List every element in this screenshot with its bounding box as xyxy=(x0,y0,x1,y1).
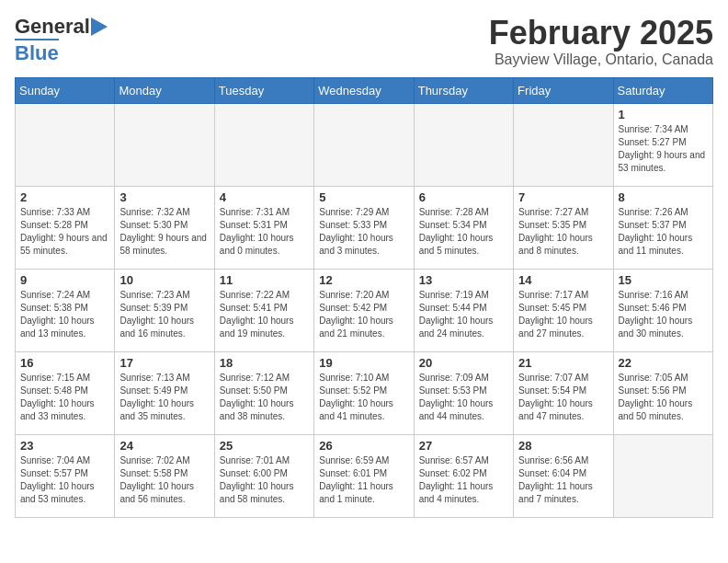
day-info: Sunrise: 6:57 AM Sunset: 6:02 PM Dayligh… xyxy=(419,454,508,506)
calendar-week-row: 1Sunrise: 7:34 AM Sunset: 5:27 PM Daylig… xyxy=(16,103,713,186)
day-info: Sunrise: 7:34 AM Sunset: 5:27 PM Dayligh… xyxy=(619,123,708,175)
day-number: 17 xyxy=(119,356,209,370)
calendar-cell: 7Sunrise: 7:27 AM Sunset: 5:35 PM Daylig… xyxy=(514,186,613,269)
calendar-week-row: 23Sunrise: 7:04 AM Sunset: 5:57 PM Dayli… xyxy=(16,434,713,517)
day-number: 19 xyxy=(319,356,408,370)
day-info: Sunrise: 7:24 AM Sunset: 5:38 PM Dayligh… xyxy=(20,289,109,340)
day-number: 6 xyxy=(419,190,508,204)
day-info: Sunrise: 7:26 AM Sunset: 5:37 PM Dayligh… xyxy=(619,206,708,258)
day-number: 15 xyxy=(619,273,708,287)
day-number: 12 xyxy=(319,273,408,287)
calendar-cell: 6Sunrise: 7:28 AM Sunset: 5:34 PM Daylig… xyxy=(414,186,513,269)
calendar-cell: 21Sunrise: 7:07 AM Sunset: 5:54 PM Dayli… xyxy=(514,351,613,434)
day-info: Sunrise: 7:02 AM Sunset: 5:58 PM Dayligh… xyxy=(119,454,209,506)
calendar-cell: 2Sunrise: 7:33 AM Sunset: 5:28 PM Daylig… xyxy=(16,186,115,269)
day-number: 24 xyxy=(119,439,209,453)
day-info: Sunrise: 7:01 AM Sunset: 6:00 PM Dayligh… xyxy=(220,454,309,506)
calendar-cell: 24Sunrise: 7:02 AM Sunset: 5:58 PM Dayli… xyxy=(115,434,214,517)
calendar-header-friday: Friday xyxy=(514,77,613,103)
location: Bayview Village, Ontario, Canada xyxy=(489,52,713,68)
calendar-cell: 25Sunrise: 7:01 AM Sunset: 6:00 PM Dayli… xyxy=(214,434,313,517)
day-number: 21 xyxy=(518,356,608,370)
calendar: SundayMondayTuesdayWednesdayThursdayFrid… xyxy=(15,77,713,518)
calendar-cell: 4Sunrise: 7:31 AM Sunset: 5:31 PM Daylig… xyxy=(214,186,313,269)
calendar-cell: 28Sunrise: 6:56 AM Sunset: 6:04 PM Dayli… xyxy=(514,434,613,517)
calendar-cell: 8Sunrise: 7:26 AM Sunset: 5:37 PM Daylig… xyxy=(613,186,712,269)
day-info: Sunrise: 7:33 AM Sunset: 5:28 PM Dayligh… xyxy=(20,206,109,258)
day-info: Sunrise: 7:28 AM Sunset: 5:34 PM Dayligh… xyxy=(419,206,508,258)
calendar-header-monday: Monday xyxy=(115,77,214,103)
calendar-cell: 1Sunrise: 7:34 AM Sunset: 5:27 PM Daylig… xyxy=(613,103,712,186)
logo: General Blue xyxy=(15,15,108,65)
day-number: 7 xyxy=(518,190,608,204)
calendar-cell: 17Sunrise: 7:13 AM Sunset: 5:49 PM Dayli… xyxy=(115,351,214,434)
calendar-cell: 10Sunrise: 7:23 AM Sunset: 5:39 PM Dayli… xyxy=(115,269,214,351)
day-number: 18 xyxy=(220,356,309,370)
day-number: 8 xyxy=(619,190,708,204)
calendar-cell: 18Sunrise: 7:12 AM Sunset: 5:50 PM Dayli… xyxy=(214,351,313,434)
calendar-cell: 16Sunrise: 7:15 AM Sunset: 5:48 PM Dayli… xyxy=(16,351,115,434)
calendar-week-row: 9Sunrise: 7:24 AM Sunset: 5:38 PM Daylig… xyxy=(16,269,713,351)
calendar-week-row: 2Sunrise: 7:33 AM Sunset: 5:28 PM Daylig… xyxy=(16,186,713,269)
day-info: Sunrise: 7:17 AM Sunset: 5:45 PM Dayligh… xyxy=(518,289,608,340)
day-number: 20 xyxy=(419,356,508,370)
calendar-cell: 9Sunrise: 7:24 AM Sunset: 5:38 PM Daylig… xyxy=(16,269,115,351)
logo-arrow-icon xyxy=(91,17,108,36)
day-number: 13 xyxy=(419,273,508,287)
title-block: February 2025 Bayview Village, Ontario, … xyxy=(489,15,713,68)
calendar-cell: 15Sunrise: 7:16 AM Sunset: 5:46 PM Dayli… xyxy=(613,269,712,351)
day-info: Sunrise: 7:13 AM Sunset: 5:49 PM Dayligh… xyxy=(119,372,209,423)
day-info: Sunrise: 7:20 AM Sunset: 5:42 PM Dayligh… xyxy=(319,289,408,340)
day-number: 16 xyxy=(20,356,109,370)
calendar-cell: 27Sunrise: 6:57 AM Sunset: 6:02 PM Dayli… xyxy=(414,434,513,517)
calendar-cell xyxy=(414,103,513,186)
calendar-cell: 23Sunrise: 7:04 AM Sunset: 5:57 PM Dayli… xyxy=(16,434,115,517)
calendar-cell xyxy=(115,103,214,186)
month-title: February 2025 xyxy=(489,15,713,52)
day-info: Sunrise: 6:59 AM Sunset: 6:01 PM Dayligh… xyxy=(319,454,408,506)
day-number: 23 xyxy=(20,439,109,453)
day-info: Sunrise: 7:29 AM Sunset: 5:33 PM Dayligh… xyxy=(319,206,408,258)
calendar-cell xyxy=(314,103,414,186)
day-info: Sunrise: 7:22 AM Sunset: 5:41 PM Dayligh… xyxy=(220,289,309,340)
day-info: Sunrise: 7:32 AM Sunset: 5:30 PM Dayligh… xyxy=(119,206,209,258)
calendar-header-wednesday: Wednesday xyxy=(314,77,414,103)
calendar-cell: 5Sunrise: 7:29 AM Sunset: 5:33 PM Daylig… xyxy=(314,186,414,269)
calendar-cell xyxy=(214,103,313,186)
calendar-header-thursday: Thursday xyxy=(414,77,513,103)
calendar-header-saturday: Saturday xyxy=(613,77,712,103)
calendar-cell: 19Sunrise: 7:10 AM Sunset: 5:52 PM Dayli… xyxy=(314,351,414,434)
day-number: 5 xyxy=(319,190,408,204)
calendar-cell xyxy=(613,434,712,517)
day-info: Sunrise: 7:09 AM Sunset: 5:53 PM Dayligh… xyxy=(419,372,508,423)
day-info: Sunrise: 7:10 AM Sunset: 5:52 PM Dayligh… xyxy=(319,372,408,423)
logo-general: General xyxy=(15,15,90,39)
day-info: Sunrise: 7:16 AM Sunset: 5:46 PM Dayligh… xyxy=(619,289,708,340)
day-info: Sunrise: 7:23 AM Sunset: 5:39 PM Dayligh… xyxy=(119,289,209,340)
day-number: 25 xyxy=(220,439,309,453)
day-number: 11 xyxy=(220,273,309,287)
calendar-cell: 20Sunrise: 7:09 AM Sunset: 5:53 PM Dayli… xyxy=(414,351,513,434)
day-info: Sunrise: 7:27 AM Sunset: 5:35 PM Dayligh… xyxy=(518,206,608,258)
day-number: 2 xyxy=(20,190,109,204)
calendar-cell xyxy=(514,103,613,186)
calendar-cell: 13Sunrise: 7:19 AM Sunset: 5:44 PM Dayli… xyxy=(414,269,513,351)
day-number: 1 xyxy=(619,108,708,121)
day-info: Sunrise: 7:15 AM Sunset: 5:48 PM Dayligh… xyxy=(20,372,109,423)
svg-marker-0 xyxy=(91,17,108,36)
calendar-header-tuesday: Tuesday xyxy=(214,77,313,103)
calendar-cell xyxy=(16,103,115,186)
calendar-cell: 11Sunrise: 7:22 AM Sunset: 5:41 PM Dayli… xyxy=(214,269,313,351)
day-number: 10 xyxy=(119,273,209,287)
page-header: General Blue February 2025 Bayview Villa… xyxy=(15,15,713,68)
calendar-cell: 14Sunrise: 7:17 AM Sunset: 5:45 PM Dayli… xyxy=(514,269,613,351)
day-number: 14 xyxy=(518,273,608,287)
day-info: Sunrise: 7:05 AM Sunset: 5:56 PM Dayligh… xyxy=(619,372,708,423)
day-number: 9 xyxy=(20,273,109,287)
day-info: Sunrise: 7:07 AM Sunset: 5:54 PM Dayligh… xyxy=(518,372,608,423)
day-number: 4 xyxy=(220,190,309,204)
calendar-cell: 3Sunrise: 7:32 AM Sunset: 5:30 PM Daylig… xyxy=(115,186,214,269)
calendar-header-row: SundayMondayTuesdayWednesdayThursdayFrid… xyxy=(16,77,713,103)
calendar-cell: 26Sunrise: 6:59 AM Sunset: 6:01 PM Dayli… xyxy=(314,434,414,517)
logo-blue: Blue xyxy=(15,39,59,65)
